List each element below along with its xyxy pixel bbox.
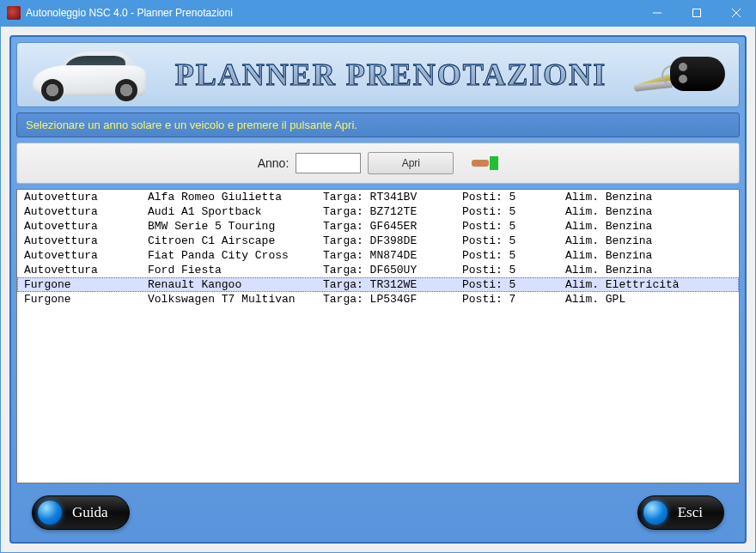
header-banner: PLANNER PRENOTAZIONI	[16, 42, 740, 107]
vehicle-list[interactable]: AutovetturaAlfa Romeo GiuliettaTarga: RT…	[16, 189, 740, 483]
page-title: PLANNER PRENOTAZIONI	[160, 57, 622, 93]
cell-type: Furgone	[24, 278, 148, 291]
keys-icon	[632, 50, 727, 100]
vehicle-row[interactable]: AutovetturaAudi A1 SportbackTarga: BZ712…	[17, 204, 739, 219]
title-bar: Autonoleggio NSC 4.0 - Planner Prenotazi…	[0, 0, 756, 26]
cell-seats: Posti: 5	[462, 219, 565, 234]
vehicle-row[interactable]: AutovetturaAlfa Romeo GiuliettaTarga: RT…	[17, 190, 739, 204]
cell-plate: Targa: DF650UY	[323, 263, 462, 277]
cell-model: Alfa Romeo Giulietta	[148, 190, 323, 204]
cell-type: Autovettura	[24, 263, 148, 277]
cell-plate: Targa: RT341BV	[323, 190, 462, 204]
cell-fuel: Alim. Benzina	[565, 248, 732, 263]
cell-model: Fiat Panda City Cross	[148, 248, 323, 263]
cell-fuel: Alim. Elettricità	[565, 278, 732, 291]
cell-model: Renault Kangoo	[148, 278, 323, 291]
cell-seats: Posti: 5	[462, 278, 565, 291]
cell-type: Autovettura	[24, 248, 148, 263]
cell-type: Autovettura	[24, 190, 148, 204]
orb-icon	[643, 501, 668, 525]
vehicle-row[interactable]: AutovetturaFiat Panda City CrossTarga: M…	[17, 248, 739, 263]
cell-type: Furgone	[24, 292, 148, 307]
cell-fuel: Alim. Benzina	[565, 234, 732, 248]
cell-seats: Posti: 5	[462, 234, 565, 248]
cell-seats: Posti: 5	[462, 204, 565, 219]
cell-fuel: Alim. Benzina	[565, 263, 732, 277]
cell-seats: Posti: 7	[462, 292, 565, 307]
svg-rect-1	[693, 9, 701, 17]
cell-model: Audi A1 Sportback	[148, 204, 323, 219]
footer-bar: Guida Esci	[16, 489, 740, 537]
cell-plate: Targa: TR312WE	[323, 278, 462, 291]
cell-plate: Targa: LP534GF	[323, 292, 462, 307]
cell-model: Volkswagen T7 Multivan	[148, 292, 323, 307]
controls-bar: Anno: Apri	[16, 143, 740, 184]
cell-plate: Targa: DF398DE	[323, 234, 462, 248]
minimize-button[interactable]	[637, 0, 677, 26]
cell-type: Autovettura	[24, 204, 148, 219]
open-button[interactable]: Apri	[368, 152, 454, 174]
exit-label: Esci	[678, 504, 703, 521]
cell-model: Ford Fiesta	[148, 263, 323, 277]
cell-fuel: Alim. Benzina	[565, 204, 732, 219]
cell-type: Autovettura	[24, 234, 148, 248]
car-icon	[29, 50, 149, 100]
maximize-button[interactable]	[677, 0, 716, 26]
vehicle-row[interactable]: AutovetturaBMW Serie 5 TouringTarga: GF6…	[17, 219, 739, 234]
window-title: Autonoleggio NSC 4.0 - Planner Prenotazi…	[26, 7, 233, 19]
cell-seats: Posti: 5	[462, 263, 565, 277]
vehicle-row[interactable]: FurgoneRenault KangooTarga: TR312WEPosti…	[17, 277, 739, 292]
cell-model: Citroen C1 Airscape	[148, 234, 323, 248]
vehicle-row[interactable]: AutovetturaCitroen C1 AirscapeTarga: DF3…	[17, 234, 739, 248]
cell-model: BMW Serie 5 Touring	[148, 219, 323, 234]
cell-plate: Targa: MN874DE	[323, 248, 462, 263]
vehicle-row[interactable]: AutovetturaFord FiestaTarga: DF650UYPost…	[17, 263, 739, 277]
help-button[interactable]: Guida	[32, 495, 130, 530]
year-label: Anno:	[258, 156, 290, 170]
cell-type: Autovettura	[24, 219, 148, 234]
cell-fuel: Alim. Benzina	[565, 190, 732, 204]
cell-fuel: Alim. GPL	[565, 292, 732, 307]
cell-seats: Posti: 5	[462, 190, 565, 204]
close-button[interactable]	[716, 0, 756, 26]
vehicle-row[interactable]: FurgoneVolkswagen T7 MultivanTarga: LP53…	[17, 292, 739, 307]
orb-icon	[38, 501, 62, 525]
cell-plate: Targa: BZ712TE	[323, 204, 462, 219]
instruction-text: Selezionare un anno solare e un veicolo …	[16, 112, 740, 137]
cell-fuel: Alim. Benzina	[565, 219, 732, 234]
year-input[interactable]	[296, 153, 361, 173]
exit-button[interactable]: Esci	[637, 495, 724, 530]
app-icon	[7, 6, 21, 20]
pointer-hand-icon	[469, 154, 498, 173]
cell-plate: Targa: GF645ER	[323, 219, 462, 234]
cell-seats: Posti: 5	[462, 248, 565, 263]
help-label: Guida	[72, 504, 108, 521]
